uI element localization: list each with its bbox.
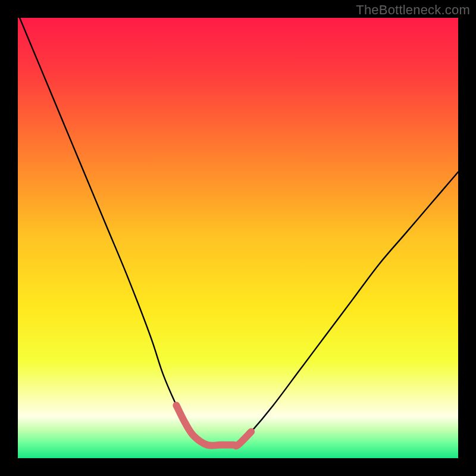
watermark-text: TheBottleneck.com <box>356 2 470 18</box>
chart-frame: TheBottleneck.com <box>0 0 476 476</box>
plot-area <box>18 18 458 458</box>
plot-background <box>18 18 458 458</box>
plot-svg <box>18 18 458 458</box>
